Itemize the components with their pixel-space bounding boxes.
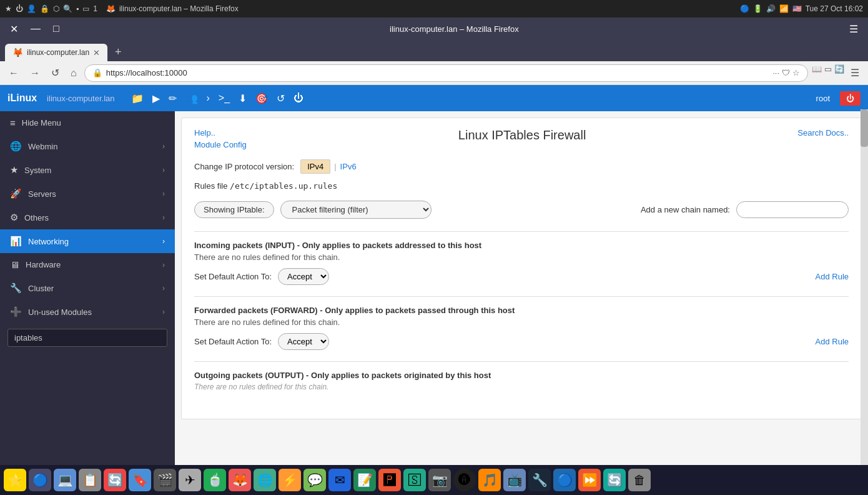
os-titlebar: ★ ⏻ 👤 🔒 ⬡ 🔍 ▪ ▭ 1 🦊 ilinux-computer.lan …	[0, 0, 868, 18]
new-chain-input[interactable]	[736, 201, 849, 218]
taskbar-icon-viber[interactable]: 💬	[303, 469, 326, 491]
chain-input-add-rule[interactable]: Add Rule	[816, 272, 849, 281]
chain-section-input: Incoming packets (INPUT) - Only applies …	[194, 231, 849, 294]
taskbar-icon-teamviewer[interactable]: 🔄	[603, 469, 626, 491]
sidebar-item-others[interactable]: ⚙ Others ›	[0, 206, 175, 229]
chain-output-title: Outgoing packets (OUTPUT) - Only applies…	[194, 371, 849, 380]
sidebar-item-system[interactable]: ★ System ›	[0, 158, 175, 182]
chain-input-title: Incoming packets (INPUT) - Only applies …	[194, 241, 849, 250]
taskbar-icon-files[interactable]: 📋	[79, 469, 101, 491]
taskbar-icon-bookmarks[interactable]: 🔖	[129, 469, 151, 491]
module-config-link[interactable]: Module Config	[194, 140, 247, 149]
packet-filter-select[interactable]: Packet filtering (filter) Network addres…	[280, 201, 432, 219]
os-window-title: ilinux-computer.lan – Mozilla Firefox	[119, 4, 239, 13]
taskbar-icon-chrome[interactable]: 🌐	[254, 469, 276, 491]
taskbar-icon-vlc[interactable]: 🎵	[478, 469, 501, 491]
ipv6-link[interactable]: IPv6	[340, 162, 357, 171]
ipv4-button[interactable]: IPv4	[300, 159, 330, 174]
taskbar-icon-jar[interactable]: 🍵	[204, 469, 226, 491]
others-chevron-icon: ›	[162, 213, 165, 222]
nav-back-button[interactable]: ←	[5, 65, 22, 81]
chain-forward-default-label: Set Default Action To:	[194, 337, 272, 346]
chain-section-output: Outgoing packets (OUTPUT) - Only applies…	[194, 361, 849, 406]
taskbar-icon-dots[interactable]: 🔵	[29, 469, 51, 491]
servers-chevron-icon: ›	[162, 189, 165, 198]
os-flag-icon: 🇺🇸	[792, 4, 802, 13]
os-icon-hex: ⬡	[53, 4, 59, 13]
taskbar-icon-audacity[interactable]: 🅐	[453, 469, 476, 491]
nav-home-button[interactable]: ⌂	[67, 65, 81, 81]
header-arrow-icon[interactable]: ›	[207, 92, 210, 104]
showing-iptable-button[interactable]: Showing IPtable:	[194, 201, 274, 218]
sidebar-item-unused-modules[interactable]: ➕ Un-used Modules ›	[0, 300, 175, 324]
sidebar-item-hide-menu[interactable]: ≡ Hide Menu	[0, 111, 175, 134]
header-files-icon[interactable]: 📁	[131, 92, 144, 104]
taskbar-icon-skype[interactable]: ✉	[328, 469, 351, 491]
header-power-icon[interactable]: ⏻	[293, 92, 303, 104]
sidebar-search-input[interactable]	[7, 329, 167, 347]
taskbar-icon-window[interactable]: 💻	[54, 469, 76, 491]
taskbar-icon-word[interactable]: 📝	[353, 469, 376, 491]
header-refresh-icon[interactable]: ↺	[277, 92, 285, 104]
sidebar-item-hardware[interactable]: 🖥 Hardware ›	[0, 253, 175, 276]
chain-input-action-select[interactable]: Accept Drop Reject	[278, 268, 329, 285]
nav-reload-button[interactable]: ↺	[47, 64, 63, 81]
tab-close-button[interactable]: ✕	[93, 48, 100, 58]
sidebar-label-cluster: Cluster	[28, 284, 54, 293]
chain-input-action-row: Set Default Action To: Accept Drop Rejec…	[194, 268, 849, 285]
system-chevron-icon: ›	[162, 166, 165, 174]
scrollbar-track[interactable]	[861, 109, 868, 465]
url-input[interactable]	[106, 68, 769, 78]
chain-forward-add-rule[interactable]: Add Rule	[816, 337, 849, 346]
nav-forward-button[interactable]: →	[26, 65, 44, 81]
scrollbar-thumb[interactable]	[861, 109, 868, 147]
taskbar-icon-sheets[interactable]: 🅂	[403, 469, 426, 491]
chain-forward-desc: There are no rules defined for this chai…	[194, 318, 849, 327]
taskbar-icon-recorder[interactable]: 📷	[428, 469, 451, 491]
taskbar-icon-qbittorrent[interactable]: 📺	[503, 469, 526, 491]
app-header: iLinux ilinux-computer.lan 📁 ▶ ✏ 👥 › >_ …	[0, 85, 868, 111]
sidebar-item-networking[interactable]: 📊 Networking ›	[0, 229, 175, 253]
taskbar-icon-film[interactable]: 🎬	[154, 469, 176, 491]
browser-tab[interactable]: 🦊 ilinux-computer.lan ✕	[5, 44, 107, 61]
taskbar-icon-toggle[interactable]: 🔄	[104, 469, 126, 491]
search-docs-link[interactable]: Search Docs..	[797, 128, 849, 138]
header-download-icon[interactable]: ⬇	[239, 92, 247, 104]
app-logo[interactable]: iLinux	[7, 92, 37, 104]
taskbar-icon-thunderbolt[interactable]: ⚡	[279, 469, 301, 491]
os-icon-star: ★	[5, 4, 12, 13]
sidebar-label-networking: Networking	[28, 237, 69, 246]
header-terminal-icon[interactable]: >_	[219, 92, 230, 104]
header-edit-icon[interactable]: ✏	[169, 92, 177, 104]
header-users-icon[interactable]: 👥	[185, 92, 198, 104]
os-signal-icon: 📶	[779, 4, 789, 13]
sidebar: ≡ Hide Menu 🌐 Webmin › ★ System › 🚀 Serv…	[0, 111, 175, 465]
taskbar-icon-anydesk[interactable]: ⏩	[578, 469, 601, 491]
taskbar-icon-paper-plane[interactable]: ✈	[179, 469, 201, 491]
taskbar-icon-firefox[interactable]: 🦊	[229, 469, 251, 491]
taskbar-icon-trash[interactable]: 🗑	[628, 469, 651, 491]
browser-minimize-button[interactable]: —	[27, 22, 44, 36]
browser-close-button[interactable]: ✕	[6, 22, 22, 36]
taskbar-icon-steam[interactable]: 🔧	[528, 469, 551, 491]
chain-forward-action-select[interactable]: Accept Drop Reject	[278, 333, 329, 350]
help-link[interactable]: Help..	[194, 128, 247, 138]
taskbar-icon-arrow[interactable]: 🔵	[553, 469, 576, 491]
nav-menu-button[interactable]: ☰	[847, 64, 863, 81]
nav-extras: 📖 ▭ 🔄 ☰	[812, 64, 863, 81]
sidebar-item-servers[interactable]: 🚀 Servers ›	[0, 182, 175, 206]
browser-maximize-button[interactable]: □	[49, 22, 63, 36]
browser-menu-button[interactable]: ☰	[846, 22, 862, 36]
others-icon: ⚙	[10, 212, 18, 223]
sidebar-item-cluster[interactable]: 🔧 Cluster ›	[0, 276, 175, 300]
protocol-label: Change IP protocol version:	[194, 162, 294, 171]
taskbar-icon-wps[interactable]: 🅿	[378, 469, 401, 491]
header-target-icon[interactable]: 🎯	[255, 92, 268, 104]
new-tab-button[interactable]: +	[110, 43, 127, 61]
taskbar-icon-star[interactable]: ⭐	[4, 469, 26, 491]
os-titlebar-right: 🔵 🔋 🔊 📶 🇺🇸 Tue 27 Oct 16:02	[740, 4, 863, 13]
sidebar-item-webmin[interactable]: 🌐 Webmin ›	[0, 134, 175, 158]
header-play-icon[interactable]: ▶	[152, 92, 160, 104]
header-logout-button[interactable]: ⏻	[840, 91, 861, 106]
shield-icon: 🛡	[782, 68, 790, 78]
